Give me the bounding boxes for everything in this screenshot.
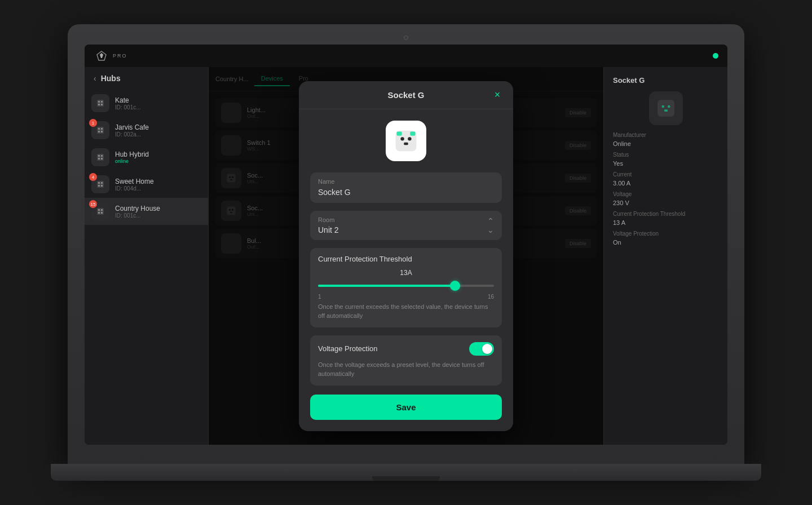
- hub-sub: ID: 002a...: [115, 131, 201, 138]
- modal-title: Socket G: [387, 90, 424, 100]
- voltage-protection-label: Voltage Protection: [318, 344, 378, 353]
- sidebar-item-jarvis[interactable]: 1 Jarvis Cafe ID: 002a...: [85, 117, 208, 144]
- hub-badge: 4: [89, 173, 97, 181]
- svg-rect-24: [101, 212, 103, 214]
- hub-icon: [96, 99, 105, 108]
- voltage-protection-section: Voltage Protection Once the voltage exce…: [310, 335, 502, 386]
- right-info-model-label: Status: [613, 152, 718, 158]
- svg-rect-0: [97, 100, 104, 107]
- hub-sub: ID: 001c...: [115, 104, 201, 110]
- right-info-threshold-label: Current Protection Threshold: [613, 211, 718, 217]
- right-info-vprot-value: On: [613, 239, 718, 246]
- toggle-row: Voltage Protection: [318, 342, 494, 356]
- slider-track: [318, 285, 494, 287]
- right-socket-icon: [649, 91, 683, 125]
- right-info-manufacturer-value: Online: [613, 140, 718, 147]
- hub-avatar-country: 15: [91, 202, 109, 220]
- hub-info-hybrid: Hub Hybrid online: [115, 150, 201, 164]
- app-background: PRO ‹ Hubs: [85, 45, 727, 445]
- svg-rect-23: [98, 212, 100, 214]
- right-info-voltage-value: 230 V: [613, 200, 718, 206]
- svg-rect-8: [98, 131, 100, 132]
- voltage-protection-description: Once the voltage exceeds a preset level,…: [318, 360, 494, 379]
- modal-body: Name Room Unit 2: [299, 109, 513, 431]
- sidebar-item-country[interactable]: 15 Country House ID: 001c...: [85, 198, 208, 225]
- laptop-camera: [404, 36, 408, 40]
- sidebar-header: ‹ Hubs: [85, 67, 208, 90]
- sidebar-item-sweethome[interactable]: 4 Sweet Home ID: 004d...: [85, 171, 208, 198]
- socket-icon-large: [386, 121, 426, 161]
- svg-rect-6: [98, 128, 100, 130]
- hub-status: online: [115, 158, 201, 164]
- current-protection-title: Current Protection Threshold: [318, 255, 494, 263]
- close-button[interactable]: ×: [491, 88, 504, 101]
- slider-max: 16: [488, 294, 494, 300]
- right-info-power-label: Current: [613, 171, 718, 178]
- name-input[interactable]: [318, 188, 494, 197]
- modal-overlay: Socket G ×: [209, 67, 603, 445]
- current-protection-section: Current Protection Threshold 13A: [310, 248, 502, 327]
- hub-sub: ID: 001c...: [115, 212, 201, 219]
- hub-name: Kate: [115, 96, 201, 104]
- logo-icon: [94, 50, 109, 61]
- slider-fill: [318, 285, 455, 287]
- save-button[interactable]: Save: [310, 395, 502, 420]
- svg-rect-3: [98, 104, 100, 105]
- content-area: Country H... Devices Pro Ligh: [209, 67, 603, 445]
- svg-rect-20: [97, 208, 104, 215]
- hub-info-sweethome: Sweet Home ID: 004d...: [115, 178, 201, 192]
- toggle-knob: [482, 344, 492, 354]
- slider-description: Once the current exceeds the selected va…: [318, 302, 494, 321]
- top-bar: PRO: [85, 45, 727, 67]
- right-info-manufacturer-label: Manufacturer: [613, 132, 718, 138]
- socket-svg: [394, 129, 418, 153]
- hub-icon: [96, 180, 105, 189]
- sidebar: ‹ Hubs Kate ID: 001c...: [85, 67, 209, 445]
- sidebar-item-hybrid[interactable]: Hub Hybrid online: [85, 144, 208, 171]
- hub-avatar-hybrid: [91, 148, 109, 166]
- hub-badge: 1: [89, 119, 97, 127]
- svg-rect-21: [98, 209, 100, 211]
- hub-avatar-jarvis: 1: [91, 121, 109, 139]
- svg-rect-14: [101, 158, 103, 160]
- voltage-protection-toggle[interactable]: [469, 342, 494, 356]
- svg-rect-12: [101, 155, 103, 157]
- back-button[interactable]: ‹: [94, 74, 96, 83]
- sidebar-title: Hubs: [101, 74, 121, 83]
- pro-label: PRO: [113, 53, 127, 59]
- hub-name: Jarvis Cafe: [115, 123, 201, 131]
- svg-rect-9: [101, 131, 103, 132]
- right-info-threshold-value: 13 A: [613, 219, 718, 226]
- svg-rect-15: [97, 181, 104, 188]
- hub-sub: ID: 004d...: [115, 185, 201, 192]
- svg-point-34: [400, 137, 404, 140]
- laptop-base: [51, 464, 761, 481]
- socket-icon-container: [310, 121, 502, 165]
- svg-rect-37: [397, 131, 402, 135]
- svg-rect-38: [410, 131, 415, 135]
- slider-thumb[interactable]: [450, 281, 460, 291]
- hub-info-kate: Kate ID: 001c...: [115, 96, 201, 110]
- right-socket-svg: [656, 98, 676, 118]
- svg-rect-36: [404, 142, 408, 145]
- room-field-content: Room Unit 2: [318, 216, 339, 234]
- svg-rect-7: [101, 128, 103, 130]
- room-value: Unit 2: [318, 225, 339, 234]
- slider-min: 1: [318, 294, 321, 300]
- room-field-row: Room Unit 2 ⌃⌄: [318, 216, 494, 234]
- main-layout: ‹ Hubs Kate ID: 001c...: [85, 67, 727, 445]
- svg-rect-5: [97, 127, 104, 134]
- svg-rect-13: [98, 158, 100, 160]
- hub-badge: 15: [89, 200, 97, 208]
- right-info-vprot-label: Voltage Protection: [613, 231, 718, 237]
- svg-rect-2: [101, 101, 103, 103]
- laptop-screen: PRO ‹ Hubs: [85, 45, 727, 445]
- sidebar-item-kate[interactable]: Kate ID: 001c...: [85, 90, 208, 117]
- room-label: Room: [318, 216, 339, 223]
- room-field[interactable]: Room Unit 2 ⌃⌄: [310, 211, 502, 240]
- hub-name: Sweet Home: [115, 178, 201, 185]
- chevron-icon: ⌃⌄: [487, 216, 494, 234]
- laptop-shell: PRO ‹ Hubs: [68, 24, 744, 464]
- slider-range-labels: 1 16: [318, 294, 494, 300]
- hub-icon: [96, 207, 105, 216]
